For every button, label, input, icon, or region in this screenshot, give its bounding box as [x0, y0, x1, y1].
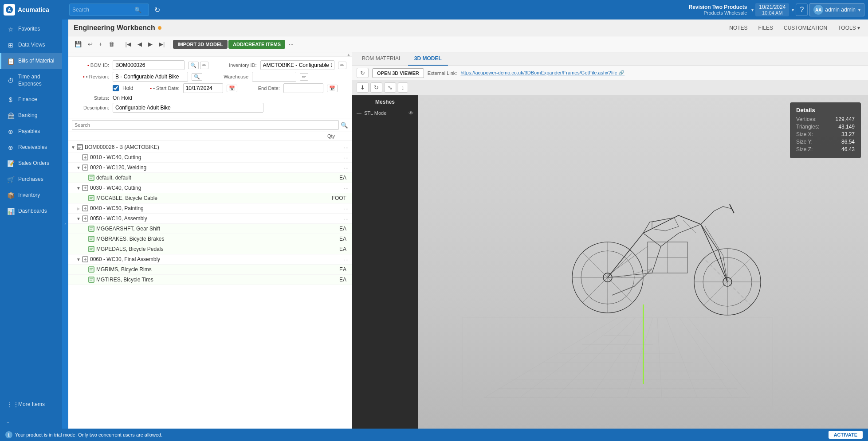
end-date-calendar-button[interactable]: 📅: [327, 85, 338, 92]
logo-area[interactable]: A Acumatica: [4, 4, 66, 16]
tree-toggle[interactable]: ▼: [75, 256, 82, 262]
tools-button[interactable]: TOOLS ▾: [835, 23, 863, 33]
viewer-refresh-button[interactable]: ↻: [357, 68, 369, 78]
table-row[interactable]: MGCABLE, Bicycle Cable FOOT: [68, 193, 352, 203]
tab-bom-material[interactable]: BOM MATERIAL: [356, 52, 408, 66]
tree-node-menu[interactable]: ···: [342, 154, 350, 161]
more-toolbar-button[interactable]: ···: [286, 39, 296, 49]
sidebar-item-more-items[interactable]: ⋮⋮ More Items: [0, 397, 62, 413]
add-row-button[interactable]: +: [96, 39, 105, 49]
viewer-control-rotate[interactable]: ↻: [370, 82, 382, 93]
tree-node-menu[interactable]: ···: [342, 256, 350, 263]
table-row[interactable]: ▼ 0060 - WC30, Final Assembly ···: [68, 254, 352, 265]
sidebar-item-bills-of-material[interactable]: 📋 Bills of Material: [0, 53, 62, 69]
tree-node-menu[interactable]: ···: [342, 144, 350, 151]
warehouse-edit-button[interactable]: ✏: [300, 73, 308, 81]
start-date-calendar-button[interactable]: 📅: [227, 85, 237, 92]
import-3d-model-button[interactable]: IMPORT 3D MODEL: [173, 40, 228, 49]
description-input[interactable]: [113, 103, 263, 113]
viewer-control-move[interactable]: ⬇: [357, 82, 369, 93]
tree-node-menu[interactable]: ···: [342, 215, 350, 222]
add-create-items-button[interactable]: ADD/CREATE ITEMS: [228, 40, 285, 49]
delete-button[interactable]: 🗑: [106, 39, 117, 49]
table-row[interactable]: MGTIRES, Bicycle Tires EA: [68, 275, 352, 285]
bom-id-input[interactable]: [113, 60, 185, 70]
tree-node-menu[interactable]: ···: [342, 205, 350, 212]
save-button[interactable]: 💾: [72, 39, 84, 49]
tree-toggle[interactable]: [75, 154, 82, 160]
sidebar-item-purchases[interactable]: 🛒 Purchases: [0, 172, 62, 187]
table-row[interactable]: ▼ 0050 - WC10, Assembly ···: [68, 214, 352, 224]
bom-id-edit-button[interactable]: ✏: [200, 62, 208, 69]
sidebar-item-receivables[interactable]: ⊕ Receivables: [0, 140, 62, 156]
bom-id-search-button[interactable]: 🔍: [188, 62, 199, 69]
tree-node-menu[interactable]: ···: [342, 164, 350, 171]
tree-node-menu[interactable]: ···: [342, 185, 350, 191]
table-row[interactable]: MGGEARSHFT, Gear Shift EA: [68, 224, 352, 234]
search-input[interactable]: [72, 7, 134, 13]
viewer-control-scale[interactable]: ⤡: [384, 82, 396, 93]
viewport-3d[interactable]: Details Vertices: 129,447 Triangles: 43,…: [418, 95, 868, 429]
table-row[interactable]: ▼ 0030 - WC40, Cutting ···: [68, 183, 352, 193]
warehouse-input[interactable]: [252, 72, 296, 82]
bom-tree[interactable]: ▼ BOM000026 - B (AMCTOBIKE) ···: [68, 140, 352, 429]
viewer-control-extra[interactable]: ↕: [398, 82, 408, 93]
table-row[interactable]: MGRIMS, Bicycle Rims EA: [68, 265, 352, 275]
next-button[interactable]: ▶: [145, 39, 155, 49]
table-row[interactable]: 0010 - WC40, Cutting ···: [68, 152, 352, 163]
first-button[interactable]: |◀: [123, 39, 134, 49]
scroll-up-indicator[interactable]: ▲: [346, 52, 350, 56]
sidebar-item-dashboards[interactable]: 📊 Dashboards: [0, 203, 62, 219]
tree-toggle[interactable]: ▼: [70, 144, 76, 150]
tree-toggle[interactable]: ▶: [75, 205, 82, 211]
customization-button[interactable]: CUSTOMIZATION: [781, 23, 830, 33]
revision-search-button[interactable]: 🔍: [192, 73, 202, 81]
sidebar-bottom-dots[interactable]: ···: [0, 416, 62, 429]
tree-toggle[interactable]: ▼: [75, 185, 82, 191]
table-row[interactable]: default, default EA: [68, 173, 352, 183]
files-button[interactable]: FILES: [756, 23, 776, 33]
prev-button[interactable]: ◀: [135, 39, 145, 49]
sidebar-item-time-expenses[interactable]: ⏱ Time and Expenses: [0, 69, 62, 92]
datetime-dropdown-icon[interactable]: ▾: [792, 8, 794, 12]
sidebar-item-data-views[interactable]: ⊞ Data Views: [0, 37, 62, 53]
tree-search-input[interactable]: [72, 120, 339, 130]
table-row[interactable]: ▼ BOM000026 - B (AMCTOBIKE) ···: [68, 142, 352, 152]
sidebar-item-sales-orders[interactable]: 📝 Sales Orders: [0, 156, 62, 172]
undo-button[interactable]: ↩: [85, 39, 95, 49]
tab-3d-model[interactable]: 3D MODEL: [408, 52, 448, 66]
refresh-button[interactable]: ↻: [153, 4, 162, 16]
open-3d-viewer-button[interactable]: OPEN 3D VIEWER: [372, 68, 424, 78]
search-bar[interactable]: 🔍: [69, 4, 149, 16]
sidebar-item-payables[interactable]: ⊕ Payables: [0, 124, 62, 140]
activate-button[interactable]: ACTIVATE: [829, 431, 863, 439]
sidebar-collapse-button[interactable]: ‹: [62, 20, 68, 429]
company-info[interactable]: Revision Two Products Products Wholesale: [689, 4, 747, 16]
tree-toggle[interactable]: ▼: [75, 164, 82, 171]
table-row[interactable]: MGBRAKES, Bicycle Brakes EA: [68, 234, 352, 244]
external-link-value[interactable]: https://acupower-demo.co.uk/3DBomExpande…: [460, 70, 624, 76]
table-row[interactable]: ▶ 0040 - WC50, Painting ···: [68, 203, 352, 214]
tree-search-button[interactable]: 🔍: [341, 122, 348, 129]
sidebar-item-favorites[interactable]: ☆ Favorites: [0, 21, 62, 37]
sidebar-item-inventory[interactable]: 📦 Inventory: [0, 187, 62, 203]
last-button[interactable]: ▶|: [156, 39, 167, 49]
company-dropdown-icon[interactable]: ▾: [751, 8, 754, 12]
eye-icon[interactable]: 👁: [408, 110, 413, 116]
inventory-id-input[interactable]: [260, 60, 334, 70]
sidebar-item-banking[interactable]: 🏦 Banking: [0, 108, 62, 124]
user-area[interactable]: AA admin admin ▾: [809, 3, 864, 16]
help-button[interactable]: ?: [796, 4, 808, 16]
table-row[interactable]: ▼ 0020 - WC120, Welding ···: [68, 163, 352, 173]
notes-button[interactable]: NOTES: [727, 23, 750, 33]
sidebar-item-finance[interactable]: $ Finance: [0, 92, 62, 108]
start-date-input[interactable]: [183, 83, 223, 93]
tree-toggle[interactable]: ▼: [75, 215, 82, 222]
list-item[interactable]: — STL Model 👁: [356, 109, 414, 117]
end-date-input[interactable]: [283, 83, 323, 93]
inventory-id-edit-button[interactable]: ✏: [338, 62, 346, 69]
table-row[interactable]: MGPEDALS, Bicycle Pedals EA: [68, 244, 352, 254]
hold-checkbox[interactable]: [113, 85, 119, 91]
revision-input[interactable]: [113, 72, 188, 82]
datetime-area[interactable]: 10/21/2024 10:04 AM: [755, 3, 789, 16]
